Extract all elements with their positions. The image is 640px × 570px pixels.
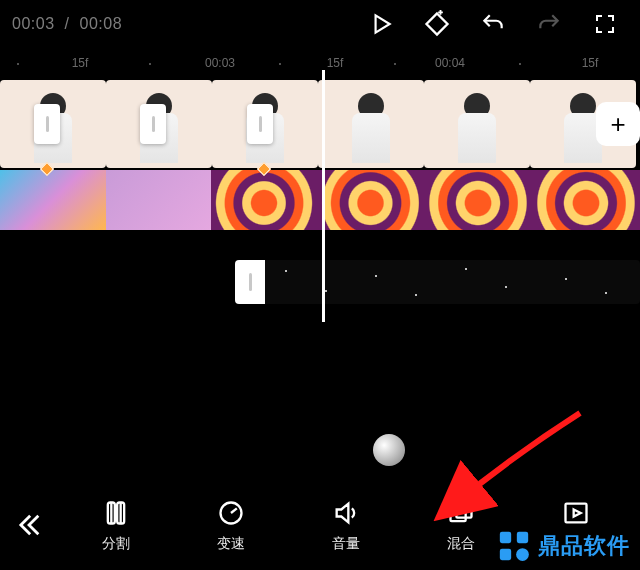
tool-label: 混合 — [447, 535, 475, 553]
watermark: 鼎品软件 — [492, 526, 634, 566]
tool-split[interactable]: 分割 — [79, 497, 153, 553]
tool-label: 分割 — [102, 535, 130, 553]
ruler-label: 00:04 — [435, 56, 465, 70]
play-button[interactable] — [358, 1, 404, 47]
effect-clip[interactable] — [211, 170, 317, 230]
undo-button[interactable] — [470, 1, 516, 47]
overlay-handle-left[interactable] — [235, 260, 265, 304]
back-button[interactable] — [0, 480, 58, 570]
video-track[interactable]: + — [0, 80, 640, 168]
watermark-text: 鼎品软件 — [538, 531, 630, 561]
effect-clip[interactable] — [424, 170, 532, 230]
watermark-logo-icon — [496, 528, 532, 564]
add-clip-button[interactable]: + — [596, 102, 640, 146]
effect-clip[interactable] — [317, 170, 424, 230]
overlay-track[interactable] — [235, 260, 640, 304]
ruler-label: 15f — [72, 56, 89, 70]
playhead[interactable] — [322, 70, 325, 322]
effect-clip[interactable] — [0, 170, 106, 230]
svg-rect-6 — [500, 532, 511, 543]
annotation-arrow-icon — [430, 408, 590, 528]
video-clip[interactable] — [318, 80, 424, 168]
effect-clip[interactable] — [532, 170, 640, 230]
svg-rect-8 — [500, 549, 511, 560]
effect-clip[interactable] — [106, 170, 211, 230]
effects-track[interactable] — [0, 170, 640, 230]
ruler-label: 15f — [327, 56, 344, 70]
tool-label: 变速 — [217, 535, 245, 553]
tool-volume[interactable]: 音量 — [309, 497, 383, 553]
timecode-current: 00:03 — [12, 15, 55, 33]
video-clip[interactable] — [424, 80, 530, 168]
svg-rect-7 — [517, 532, 528, 543]
ruler-label: 15f — [582, 56, 599, 70]
top-bar: 00:03 / 00:08 — [0, 0, 640, 48]
tool-label: 音量 — [332, 535, 360, 553]
timecode-sep: / — [65, 15, 70, 33]
timeline[interactable]: + — [0, 80, 640, 410]
transition-button[interactable] — [247, 104, 273, 144]
fullscreen-button[interactable] — [582, 1, 628, 47]
ruler-label: 00:03 — [205, 56, 235, 70]
video-editor-screen: 00:03 / 00:08 15f 00:03 15f 00:04 15f — [0, 0, 640, 570]
svg-point-9 — [516, 548, 529, 561]
transition-button[interactable] — [34, 104, 60, 144]
keyframe-add-button[interactable] — [414, 1, 460, 47]
tool-speed[interactable]: 变速 — [194, 497, 268, 553]
floating-indicator-icon — [373, 434, 405, 466]
timecode-total: 00:08 — [80, 15, 123, 33]
transition-button[interactable] — [140, 104, 166, 144]
time-ruler[interactable]: 15f 00:03 15f 00:04 15f — [0, 48, 640, 80]
redo-button[interactable] — [526, 1, 572, 47]
